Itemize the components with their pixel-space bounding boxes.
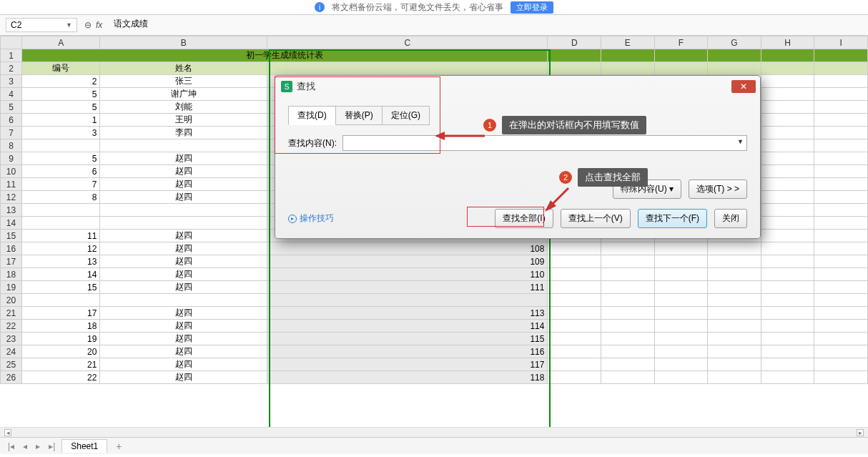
cell[interactable] xyxy=(761,178,814,191)
cell[interactable]: 12 xyxy=(21,242,99,255)
cell[interactable]: 赵四 xyxy=(100,255,267,268)
cell[interactable] xyxy=(100,139,267,152)
row-header[interactable]: 1 xyxy=(1,49,22,62)
cell[interactable] xyxy=(814,268,868,281)
cell[interactable] xyxy=(708,255,761,268)
cell[interactable]: 13 xyxy=(21,255,99,268)
sheet-next-icon[interactable]: ▸ xyxy=(34,441,42,451)
cell[interactable] xyxy=(548,371,601,384)
cell[interactable] xyxy=(708,242,761,255)
row-header[interactable]: 14 xyxy=(1,217,22,230)
cell[interactable]: 赵四 xyxy=(100,358,267,371)
row-header[interactable]: 21 xyxy=(1,307,22,320)
cell[interactable]: 赵四 xyxy=(100,268,267,281)
cell[interactable] xyxy=(761,114,814,127)
row-header[interactable]: 9 xyxy=(1,152,22,165)
cell[interactable]: 赵四 xyxy=(100,152,267,165)
cell[interactable]: 109 xyxy=(267,255,548,268)
cell[interactable] xyxy=(548,255,601,268)
cell[interactable] xyxy=(814,62,868,75)
cell[interactable] xyxy=(761,242,814,255)
cell[interactable] xyxy=(761,191,814,204)
cell[interactable] xyxy=(601,307,655,320)
cell[interactable] xyxy=(761,307,814,320)
cell[interactable] xyxy=(601,242,655,255)
row-header[interactable]: 3 xyxy=(1,75,22,88)
sheet-last-icon[interactable]: ▸| xyxy=(46,441,57,451)
sheet-first-icon[interactable]: |◂ xyxy=(6,441,16,451)
cell[interactable]: 赵四 xyxy=(100,345,267,358)
cell[interactable] xyxy=(708,358,761,371)
cell[interactable] xyxy=(761,127,814,139)
cell[interactable] xyxy=(548,268,601,281)
cell[interactable] xyxy=(761,268,814,281)
cell[interactable] xyxy=(601,320,655,333)
cell[interactable]: 赵四 xyxy=(100,230,267,242)
cell[interactable] xyxy=(761,62,814,75)
cell[interactable]: 赵四 xyxy=(100,320,267,333)
cell[interactable] xyxy=(548,333,601,345)
cell[interactable] xyxy=(761,281,814,294)
row-header[interactable]: 22 xyxy=(1,320,22,333)
cell[interactable] xyxy=(708,62,761,75)
col-header[interactable]: F xyxy=(654,36,708,49)
cell[interactable] xyxy=(761,75,814,88)
cell[interactable] xyxy=(21,139,99,152)
cell[interactable] xyxy=(267,294,548,307)
find-next-button[interactable]: 查找下一个(F) xyxy=(638,209,707,228)
cell[interactable] xyxy=(814,152,868,165)
cell[interactable] xyxy=(601,255,655,268)
cell[interactable]: 21 xyxy=(21,358,99,371)
cell[interactable] xyxy=(761,204,814,217)
cell[interactable] xyxy=(761,139,814,152)
cell[interactable]: 赵四 xyxy=(100,242,267,255)
cell[interactable] xyxy=(761,371,814,384)
tips-link[interactable]: ▸ 操作技巧 xyxy=(288,212,334,225)
cell[interactable]: 李四 xyxy=(100,127,267,139)
row-header[interactable]: 6 xyxy=(1,114,22,127)
row-header[interactable]: 24 xyxy=(1,345,22,358)
select-all-corner[interactable] xyxy=(1,36,22,49)
cell[interactable] xyxy=(548,345,601,358)
cell[interactable] xyxy=(654,320,708,333)
cell[interactable]: 17 xyxy=(21,307,99,320)
cell[interactable] xyxy=(761,345,814,358)
cell[interactable] xyxy=(761,217,814,230)
cell[interactable] xyxy=(814,178,868,191)
cell[interactable]: 赵四 xyxy=(100,307,267,320)
cell[interactable]: 14 xyxy=(21,268,99,281)
header-cell[interactable] xyxy=(267,62,548,75)
cell[interactable] xyxy=(814,242,868,255)
cell[interactable] xyxy=(761,333,814,345)
cell[interactable] xyxy=(814,114,868,127)
dialog-titlebar[interactable]: S 查找 ✕ xyxy=(275,76,760,97)
dialog-close-button[interactable]: 关闭 xyxy=(714,209,747,228)
cell[interactable] xyxy=(654,49,708,62)
sheet-tab[interactable]: Sheet1 xyxy=(61,439,107,453)
cell[interactable] xyxy=(814,333,868,345)
cell[interactable]: 108 xyxy=(267,242,548,255)
cell[interactable] xyxy=(814,49,868,62)
cell[interactable] xyxy=(761,165,814,178)
col-header[interactable]: A xyxy=(21,36,99,49)
row-header[interactable]: 12 xyxy=(1,191,22,204)
tab-find[interactable]: 查找(D) xyxy=(288,106,336,125)
col-header[interactable]: D xyxy=(548,36,601,49)
cell[interactable]: 赵四 xyxy=(100,281,267,294)
cell[interactable] xyxy=(814,320,868,333)
cell[interactable]: 赵四 xyxy=(100,165,267,178)
cell[interactable] xyxy=(761,358,814,371)
cell[interactable] xyxy=(761,88,814,101)
cell[interactable] xyxy=(654,242,708,255)
cell[interactable] xyxy=(654,62,708,75)
cell[interactable] xyxy=(708,320,761,333)
cell[interactable]: 117 xyxy=(267,358,548,371)
col-header[interactable]: G xyxy=(708,36,761,49)
row-header[interactable]: 4 xyxy=(1,88,22,101)
cell[interactable] xyxy=(654,307,708,320)
header-cell[interactable]: 编号 xyxy=(21,62,99,75)
cell[interactable] xyxy=(21,204,99,217)
cell[interactable] xyxy=(708,345,761,358)
cell[interactable] xyxy=(601,49,655,62)
row-header[interactable]: 10 xyxy=(1,165,22,178)
